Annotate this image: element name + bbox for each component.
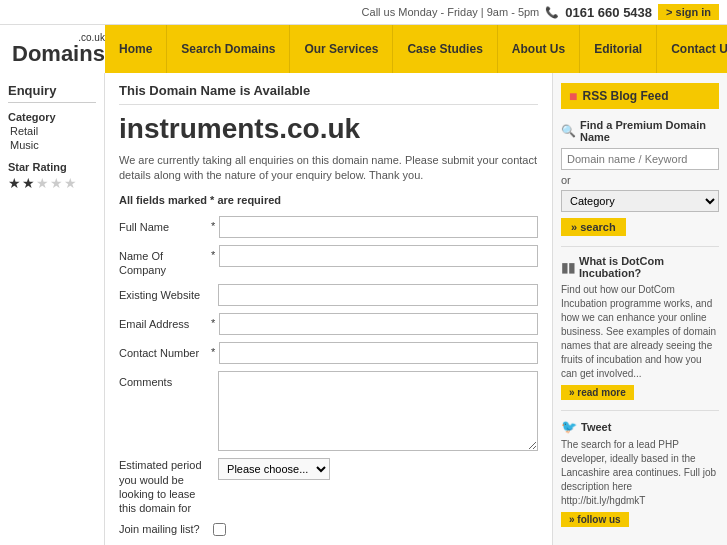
sign-in-button[interactable]: > sign in: [658, 4, 719, 20]
find-domain-section: 🔍 Find a Premium Domain Name or Category…: [561, 119, 719, 236]
nav-editorial[interactable]: Editorial: [580, 25, 657, 73]
nav-home[interactable]: Home: [105, 25, 167, 73]
nav-contact-us[interactable]: Contact Us: [657, 25, 727, 73]
star-4: ★: [50, 175, 63, 191]
available-header: This Domain Name is Available: [119, 83, 538, 105]
domain-name-title: instruments.co.uk: [119, 113, 538, 145]
sidebar-title: Enquiry: [8, 83, 96, 103]
logo-main: Domains: [12, 41, 105, 66]
full-name-required-marker: *: [211, 216, 215, 232]
company-input[interactable]: [219, 245, 538, 267]
full-name-row: Full Name *: [119, 216, 538, 238]
estimated-no-required: [211, 458, 214, 474]
find-domain-search-button[interactable]: search: [561, 218, 626, 236]
contact-input[interactable]: [219, 342, 538, 364]
email-input[interactable]: [219, 313, 538, 335]
website-no-required: [211, 284, 214, 300]
domain-search-input[interactable]: [561, 148, 719, 170]
star-5: ★: [64, 175, 77, 191]
nav-our-services[interactable]: Our Services: [290, 25, 393, 73]
mailing-label: Join mailing list?: [119, 523, 209, 535]
email-row: Email Address *: [119, 313, 538, 335]
call-text: Call us Monday - Friday | 9am - 5pm: [362, 6, 540, 18]
mailing-checkbox[interactable]: [213, 523, 226, 536]
enquiry-form: Full Name * Name OfCompany * Existing We…: [119, 216, 538, 536]
category-value-retail: Retail: [8, 125, 96, 137]
rss-box[interactable]: ■ RSS Blog Feed: [561, 83, 719, 109]
nav-about-us[interactable]: About Us: [498, 25, 580, 73]
logo-area: .co.uk Domains: [0, 25, 105, 73]
twitter-icon: 🐦: [561, 419, 577, 434]
company-label: Name OfCompany: [119, 245, 209, 278]
right-sidebar: ■ RSS Blog Feed 🔍 Find a Premium Domain …: [552, 73, 727, 545]
tweet-section: 🐦 Tweet The search for a lead PHP develo…: [561, 410, 719, 527]
contact-row: Contact Number *: [119, 342, 538, 364]
tweet-title: 🐦 Tweet: [561, 419, 719, 434]
phone-area: Call us Monday - Friday | 9am - 5pm 📞 01…: [362, 4, 719, 20]
left-sidebar: Enquiry Category Retail Music Star Ratin…: [0, 73, 105, 545]
rss-label: RSS Blog Feed: [582, 89, 668, 103]
main-layout: Enquiry Category Retail Music Star Ratin…: [0, 73, 727, 545]
site-logo: .co.uk Domains: [12, 33, 105, 65]
full-name-label: Full Name: [119, 216, 209, 234]
star-2: ★: [22, 175, 35, 191]
nav-bar: .co.uk Domains Home Search Domains Our S…: [0, 25, 727, 73]
estimated-label: Estimated period you would be looking to…: [119, 458, 209, 515]
domain-description: We are currently taking all enquiries on…: [119, 153, 538, 184]
nav-search-domains[interactable]: Search Domains: [167, 25, 290, 73]
contact-required-marker: *: [211, 342, 215, 358]
comments-textarea[interactable]: [218, 371, 538, 451]
website-row: Existing Website: [119, 284, 538, 306]
full-name-input[interactable]: [219, 216, 538, 238]
category-select[interactable]: Category: [561, 190, 719, 212]
comments-no-required: [211, 371, 214, 387]
find-domain-search-icon: 🔍: [561, 124, 576, 138]
nav-items: Home Search Domains Our Services Case St…: [105, 25, 727, 73]
star-3: ★: [36, 175, 49, 191]
email-required-marker: *: [211, 313, 215, 329]
estimated-row: Estimated period you would be looking to…: [119, 458, 538, 515]
star-1: ★: [8, 175, 21, 191]
estimated-select-wrapper: Please choose... 1 month 3 months 6 mont…: [218, 458, 330, 480]
star-rating: ★ ★ ★ ★ ★: [8, 175, 96, 191]
category-label: Category: [8, 111, 96, 123]
phone-icon: 📞: [545, 6, 559, 19]
star-rating-label: Star Rating: [8, 161, 96, 173]
content-area: This Domain Name is Available instrument…: [105, 73, 552, 545]
tweet-text: The search for a lead PHP developer, ide…: [561, 438, 719, 508]
contact-label: Contact Number: [119, 342, 209, 360]
dotcom-icon: ▮▮: [561, 260, 575, 275]
required-note: All fields marked * are required: [119, 194, 538, 206]
nav-case-studies[interactable]: Case Studies: [393, 25, 497, 73]
top-bar: Call us Monday - Friday | 9am - 5pm 📞 01…: [0, 0, 727, 25]
category-section: Category Retail Music: [8, 111, 96, 151]
website-label: Existing Website: [119, 284, 209, 302]
email-label: Email Address: [119, 313, 209, 331]
dotcom-section: ▮▮ What is DotCom Incubation? Find out h…: [561, 246, 719, 400]
comments-label: Comments: [119, 371, 209, 389]
category-value-music: Music: [8, 139, 96, 151]
read-more-button[interactable]: read more: [561, 385, 634, 400]
comments-row: Comments: [119, 371, 538, 451]
follow-button[interactable]: follow us: [561, 512, 629, 527]
dotcom-title: ▮▮ What is DotCom Incubation?: [561, 255, 719, 279]
estimated-select[interactable]: Please choose... 1 month 3 months 6 mont…: [218, 458, 330, 480]
rss-icon: ■: [569, 88, 577, 104]
phone-number: 0161 660 5438: [565, 5, 652, 20]
company-row: Name OfCompany *: [119, 245, 538, 278]
company-required-marker: *: [211, 245, 215, 261]
website-input[interactable]: [218, 284, 538, 306]
star-rating-section: Star Rating ★ ★ ★ ★ ★: [8, 161, 96, 191]
find-domain-title: 🔍 Find a Premium Domain Name: [561, 119, 719, 143]
dotcom-text: Find out how our DotCom Incubation progr…: [561, 283, 719, 381]
mailing-row: Join mailing list?: [119, 523, 538, 536]
or-text: or: [561, 174, 719, 186]
